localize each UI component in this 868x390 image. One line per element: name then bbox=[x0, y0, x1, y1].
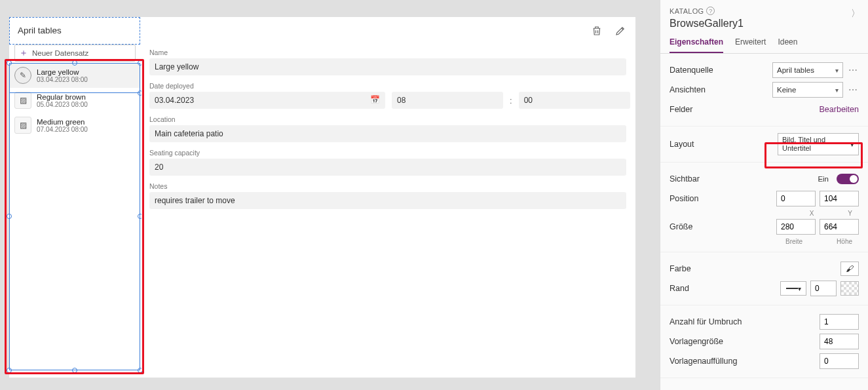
control-name: BrowseGallery1 bbox=[670, 18, 859, 29]
label-ansichten: Ansichten bbox=[670, 85, 706, 94]
layout-value: Bild, Titel und Untertitel bbox=[782, 136, 850, 152]
seating-field[interactable] bbox=[149, 159, 626, 176]
label-layout: Layout bbox=[670, 140, 694, 149]
label-datenquelle: Datenquelle bbox=[670, 66, 713, 75]
label-umbruch: Anzahl für Umbruch bbox=[670, 317, 742, 326]
gallery-title-bar: April tables bbox=[9, 17, 140, 45]
more-icon[interactable]: ⋯ bbox=[847, 65, 859, 75]
label-felder: Felder bbox=[670, 105, 692, 114]
properties-pane: KATALOG ? 〉 BrowseGallery1 Eigenschaften… bbox=[660, 0, 868, 390]
tab-erweitert[interactable]: Erweitert bbox=[735, 37, 766, 53]
trash-icon[interactable] bbox=[591, 25, 603, 37]
tab-eigenschaften[interactable]: Eigenschaften bbox=[670, 37, 723, 53]
tab-ideen[interactable]: Ideen bbox=[778, 37, 797, 53]
border-color-picker[interactable] bbox=[840, 281, 859, 296]
datasource-value: April tables bbox=[777, 66, 814, 74]
border-style-dropdown[interactable]: ▾ bbox=[780, 281, 806, 296]
plus-icon: ＋ bbox=[19, 47, 28, 59]
label-rand: Rand bbox=[670, 284, 689, 293]
views-dropdown[interactable]: Keine ▾ bbox=[772, 82, 843, 98]
chevron-down-icon: ▾ bbox=[850, 140, 854, 149]
layout-dropdown[interactable]: Bild, Titel und Untertitel ▾ bbox=[778, 133, 859, 155]
views-value: Keine bbox=[777, 86, 796, 94]
help-icon[interactable]: ? bbox=[706, 7, 715, 15]
toggle-state: Ein bbox=[818, 175, 829, 183]
position-y-input[interactable] bbox=[820, 191, 859, 206]
new-record-button[interactable]: ＋ Neuer Datensatz bbox=[14, 45, 136, 62]
sublabel-y: Y bbox=[848, 210, 852, 217]
template-size-input[interactable] bbox=[820, 334, 859, 349]
catalog-label: KATALOG bbox=[670, 7, 704, 15]
label-farbe: Farbe bbox=[670, 264, 691, 273]
wrap-count-input[interactable] bbox=[820, 314, 859, 330]
selection-outline bbox=[9, 63, 140, 370]
location-field[interactable] bbox=[149, 125, 626, 142]
datasource-dropdown[interactable]: April tables ▾ bbox=[772, 62, 843, 78]
chevron-down-icon: ▾ bbox=[835, 67, 839, 74]
date-field[interactable] bbox=[149, 92, 385, 109]
template-padding-input[interactable] bbox=[820, 353, 859, 369]
label-location: Location bbox=[149, 115, 626, 123]
canvas-area: April tables ＋ Neuer Datensatz ✎ Large y… bbox=[0, 0, 660, 390]
minute-field[interactable] bbox=[519, 92, 630, 109]
chevron-down-icon: ▾ bbox=[835, 87, 839, 94]
position-x-input[interactable] bbox=[776, 191, 816, 206]
color-picker[interactable]: 🖌 bbox=[840, 262, 859, 276]
more-icon[interactable]: ⋯ bbox=[847, 85, 859, 95]
label-position: Position bbox=[670, 194, 698, 203]
selection-template-outline bbox=[9, 63, 140, 93]
name-field[interactable] bbox=[149, 58, 626, 75]
collapse-pane-icon[interactable]: 〉 bbox=[851, 8, 860, 20]
size-h-input[interactable] bbox=[820, 219, 859, 235]
size-w-input[interactable] bbox=[776, 219, 816, 235]
detail-form: Name Date deployed 📅 : Location bbox=[142, 17, 634, 371]
time-colon: : bbox=[510, 96, 512, 106]
label-sichtbar: Sichtbar bbox=[670, 174, 700, 184]
gallery-title: April tables bbox=[18, 26, 62, 35]
label-seating: Seating capacity bbox=[149, 149, 626, 157]
hour-field[interactable] bbox=[392, 92, 503, 109]
edit-fields-link[interactable]: Bearbeiten bbox=[820, 105, 859, 114]
calendar-icon[interactable]: 📅 bbox=[370, 95, 380, 104]
sublabel-x: X bbox=[810, 210, 814, 217]
edit-icon[interactable] bbox=[614, 25, 626, 37]
label-groesse: Größe bbox=[670, 222, 692, 231]
border-width-input[interactable] bbox=[810, 281, 837, 296]
sublabel-breite: Breite bbox=[785, 238, 802, 245]
label-date: Date deployed bbox=[149, 82, 626, 90]
visible-toggle[interactable] bbox=[837, 174, 859, 184]
property-tabs: Eigenschaften Erweitert Ideen bbox=[660, 31, 868, 54]
new-record-label: Neuer Datensatz bbox=[32, 49, 88, 57]
label-vorlagenauffuellung: Vorlagenauffüllung bbox=[670, 357, 737, 366]
notes-field[interactable] bbox=[149, 192, 626, 209]
sublabel-hoehe: Höhe bbox=[837, 238, 852, 245]
label-notes: Notes bbox=[149, 182, 626, 190]
label-vorlagengroesse: Vorlagengröße bbox=[670, 337, 723, 346]
label-name: Name bbox=[149, 49, 626, 56]
